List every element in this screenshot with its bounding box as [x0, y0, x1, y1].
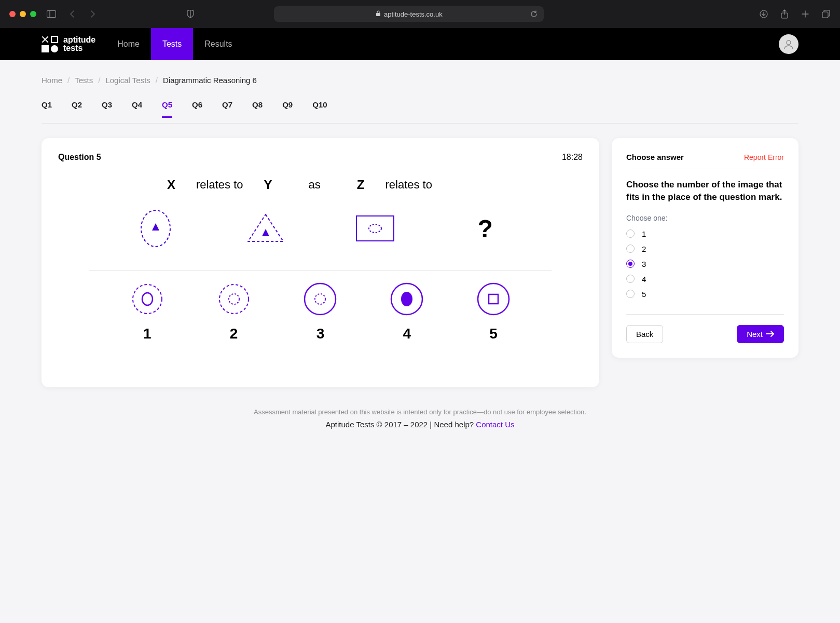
lock-icon [376, 10, 381, 18]
nav-tests[interactable]: Tests [151, 28, 193, 60]
tab-q7[interactable]: Q7 [222, 100, 232, 118]
downloads-icon[interactable] [759, 9, 768, 19]
analogy-figures: ? [79, 202, 562, 254]
close-window[interactable] [9, 11, 16, 17]
svg-point-14 [305, 283, 336, 315]
tab-q3[interactable]: Q3 [102, 100, 112, 118]
sidebar-toggle-icon[interactable] [47, 9, 56, 19]
svg-rect-5 [822, 12, 828, 18]
tab-q10[interactable]: Q10 [312, 100, 327, 118]
user-icon [783, 38, 794, 50]
answer-heading: Choose answer [626, 153, 684, 161]
svg-point-18 [478, 283, 509, 315]
page-body: Home / Tests / Logical Tests / Diagramma… [0, 60, 840, 623]
nav-home[interactable]: Home [106, 28, 151, 60]
browser-chrome: aptitude-tests.co.uk [0, 0, 840, 28]
svg-point-15 [315, 294, 325, 304]
svg-point-11 [142, 293, 153, 305]
svg-rect-8 [356, 216, 394, 241]
question-tabs: Q1Q2Q3Q4Q5Q6Q7Q8Q9Q10 [42, 90, 798, 124]
answer-option-label: 1 [642, 229, 646, 238]
logo-text: aptitude tests [63, 36, 95, 52]
tab-q8[interactable]: Q8 [252, 100, 263, 118]
crumb-logical[interactable]: Logical Tests [105, 76, 150, 85]
answer-card: Choose answer Report Error Choose the nu… [612, 138, 798, 358]
figure-x [122, 208, 189, 249]
url-bar[interactable]: aptitude-tests.co.uk [274, 6, 544, 22]
forward-icon[interactable] [88, 9, 98, 19]
option-1: 1 [129, 281, 166, 342]
answer-option-2[interactable]: 2 [626, 245, 784, 253]
nav-results[interactable]: Results [193, 28, 243, 60]
option-3-label: 3 [316, 326, 325, 342]
analogy-z: Z [357, 178, 365, 192]
answer-subheading: Choose one: [626, 214, 784, 222]
answer-prompt: Choose the number of the image that fits… [626, 179, 784, 204]
analogy-header: X relates to Y as Z relates to [58, 178, 583, 192]
crumb-tests[interactable]: Tests [75, 76, 93, 85]
logo[interactable]: aptitude tests [42, 36, 95, 52]
option-1-label: 1 [143, 326, 152, 342]
svg-point-9 [369, 224, 381, 233]
minimize-window[interactable] [20, 11, 26, 17]
timer: 18:28 [562, 153, 583, 162]
figure-unknown: ? [452, 214, 518, 243]
radio-icon [626, 245, 635, 253]
url-text: aptitude-tests.co.uk [384, 10, 443, 18]
crumb-home[interactable]: Home [42, 76, 62, 85]
svg-point-12 [219, 285, 249, 314]
answer-option-4[interactable]: 4 [626, 275, 784, 283]
tab-q2[interactable]: Q2 [72, 100, 82, 118]
profile-avatar[interactable] [779, 34, 798, 54]
question-card: Question 5 18:28 X relates to Y as Z rel… [42, 138, 599, 387]
site-nav: aptitude tests Home Tests Results [0, 28, 840, 60]
svg-point-10 [133, 285, 162, 314]
option-2-label: 2 [230, 326, 238, 342]
window-controls [9, 11, 36, 17]
footer-copyright: Aptitude Tests © 2017 – 2022 | Need help… [325, 420, 476, 429]
new-tab-icon[interactable] [801, 9, 810, 19]
figure-z [342, 214, 408, 243]
option-4-label: 4 [403, 326, 411, 342]
svg-rect-19 [489, 294, 498, 304]
tab-q1[interactable]: Q1 [42, 100, 52, 118]
option-2: 2 [216, 281, 252, 342]
answer-option-label: 2 [642, 245, 646, 253]
figure-y [232, 210, 299, 247]
analogy-as: as [309, 178, 321, 192]
svg-point-17 [401, 292, 412, 306]
back-button[interactable]: Back [626, 325, 663, 343]
option-5-label: 5 [489, 326, 498, 342]
svg-rect-2 [376, 13, 380, 16]
option-3: 3 [302, 281, 338, 342]
option-figures: 1 2 3 [79, 281, 562, 342]
logo-mark [42, 36, 58, 52]
maximize-window[interactable] [30, 11, 36, 17]
tabs-icon[interactable] [821, 9, 831, 19]
analogy-relates1: relates to [196, 178, 243, 192]
footer-disclaimer: Assessment material presented on this we… [42, 408, 798, 416]
answer-option-1[interactable]: 1 [626, 229, 784, 238]
analogy-y: Y [264, 178, 272, 192]
analogy-relates2: relates to [385, 178, 432, 192]
tab-q4[interactable]: Q4 [132, 100, 142, 118]
next-button[interactable]: Next [737, 325, 784, 343]
tab-q6[interactable]: Q6 [192, 100, 202, 118]
answer-option-label: 4 [642, 275, 646, 283]
radio-icon [626, 275, 635, 283]
share-icon[interactable] [780, 9, 789, 19]
tab-q5[interactable]: Q5 [162, 100, 172, 118]
back-icon[interactable] [67, 9, 77, 19]
radio-icon [626, 260, 635, 268]
shield-icon[interactable] [186, 9, 195, 19]
answer-option-label: 5 [642, 290, 646, 299]
reload-icon[interactable] [529, 9, 539, 19]
next-button-label: Next [747, 330, 763, 338]
option-5: 5 [475, 281, 512, 342]
answer-option-5[interactable]: 5 [626, 290, 784, 299]
tab-q9[interactable]: Q9 [282, 100, 293, 118]
breadcrumb: Home / Tests / Logical Tests / Diagramma… [42, 60, 798, 90]
report-error-link[interactable]: Report Error [744, 153, 784, 161]
answer-option-3[interactable]: 3 [626, 260, 784, 268]
contact-link[interactable]: Contact Us [476, 420, 514, 429]
